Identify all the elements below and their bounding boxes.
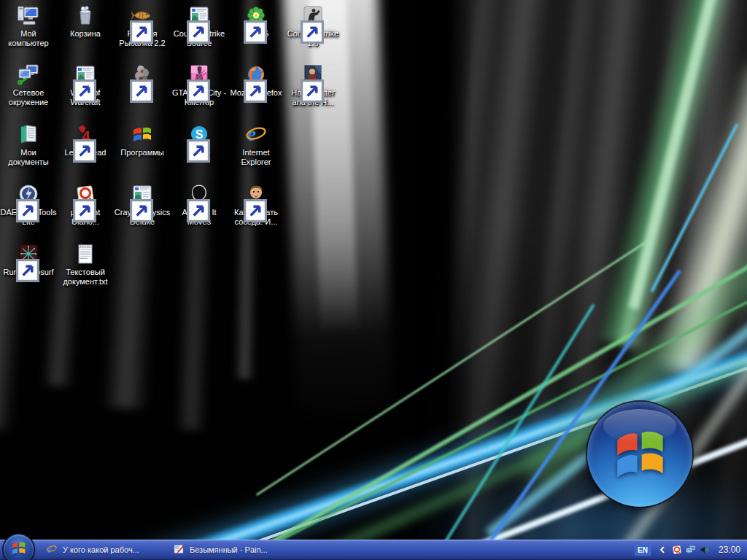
desktop: Мой компьютерКорзинаРусская Рыбалка 2.2C… [0,0,747,560]
desktop-icon-counter-strike[interactable]: Counter Strike 1.6 [284,4,342,48]
taskbar-button[interactable]: Безымянный - Pain... [169,541,293,559]
desktop-icon-neighbours-from-hell[interactable]: Как достать соседа. И... [227,182,285,227]
wallpaper-cyan-line [651,123,739,292]
tray-collapse-chevron-icon[interactable] [658,545,667,555]
wallpaper-green-band [595,0,740,350]
desktop-icon-label: Сетевое окружение [0,88,58,107]
wallpaper-crease [400,0,473,560]
tray-network-icon[interactable] [685,544,697,556]
shortcut-arrow-icon [244,79,251,87]
network-places-icon [17,63,40,86]
desktop-icon-label: Программы [113,148,171,158]
shortcut-arrow-icon [244,20,251,28]
desktop-icon-text-document[interactable]: Текстовый документ.txt [56,242,115,287]
my-documents-icon [17,122,40,146]
desktop-icon-windows-flag[interactable]: Программы [113,122,171,158]
start-button[interactable] [4,534,34,560]
desktop-icon-daemon-tools[interactable]: DAEMON Tools Lite [0,182,58,227]
system-tray: EN 23:00 [635,540,747,560]
neighbours-from-hell-icon [244,182,268,206]
windows-logo-icon [9,539,28,560]
counter-strike-icon [301,4,325,27]
taskbar-button-label: У кого какой рабоч... [63,545,139,554]
taskbar-button-label: Безымянный - Pain... [190,545,268,554]
desktop-icon-skype[interactable]: SSkype [170,122,228,158]
desktop-icon-audiosurf[interactable]: Run Audiosurf [0,242,58,277]
desktop-icon-left-4-dead[interactable]: 4Left 4 Dead [56,122,115,158]
crysis-icon [131,63,154,86]
wallpaper-bright-band [309,0,360,373]
wallpaper-green-band [628,0,721,310]
desktop-icon-app-window[interactable]: World of Warcraft [56,63,115,107]
utorrent-icon [74,182,97,206]
tray-utorrent-icon[interactable] [671,544,683,556]
shortcut-arrow-icon [301,79,308,87]
svg-text:e: e [247,123,256,145]
desktop-icon-recycle-bin[interactable]: Корзина [56,4,115,39]
desktop-icon-internet-explorer[interactable]: eInternet Explorer [227,122,285,167]
shortcut-arrow-icon [244,199,251,206]
desktop-icon-network-places[interactable]: Сетевое окружение [0,63,58,107]
icq-flower-icon [244,4,268,27]
shortcut-arrow-icon [16,259,23,266]
desktop-icon-and-yet-it-moves[interactable]: And Yet It Moves [170,182,228,227]
shortcut-arrow-icon [187,20,194,28]
desktop-icon-firefox[interactable]: Mozilla Firefox [227,63,285,98]
language-indicator[interactable]: EN [635,545,651,556]
vista-logo-orb [587,402,692,507]
desktop-icon-label: Internet Explorer [227,148,285,167]
desktop-icon-my-documents[interactable]: Мои документы [0,122,58,167]
internet-explorer-icon: e [244,122,268,146]
wallpaper-beam [243,257,747,559]
shortcut-arrow-icon [301,20,308,28]
desktop-icon-harry-potter[interactable]: Harry Potter and the H... [284,63,342,107]
desktop-icon-utorrent[interactable]: µTorrent Ulano... [56,182,115,227]
tray-volume-icon[interactable] [699,544,711,556]
and-yet-it-moves-icon [187,182,211,206]
app-window-icon [131,182,154,206]
app-window-icon [74,63,97,86]
text-document-icon [74,242,97,265]
fishing-game-icon [131,4,154,27]
daemon-tools-icon [17,182,40,206]
shortcut-arrow-icon [16,199,23,206]
firefox-icon [244,63,268,86]
gta-vice-city-icon [187,63,211,86]
desktop-icon-label: Мои документы [0,148,58,167]
desktop-icon-gta-vice-city[interactable]: GTA Vice City - KillerKip [170,63,228,107]
desktop-icon-label: Мой компьютер [0,29,58,48]
shortcut-arrow-icon [73,79,80,87]
my-computer-icon [17,4,40,27]
left-4-dead-icon: 4 [74,122,97,146]
desktop-icon-label: Текстовый документ.txt [56,268,115,287]
audiosurf-icon [17,242,40,265]
desktop-icon-my-computer[interactable]: Мой компьютер [0,4,58,48]
wallpaper-pale-band [650,63,747,382]
recycle-bin-icon [74,4,97,27]
desktop-icon-app-window[interactable]: Counter Strike Source [170,4,228,48]
svg-text:e: e [47,544,52,555]
shortcut-arrow-icon [187,199,194,206]
wallpaper-beam [426,304,595,560]
harry-potter-icon [301,63,325,86]
shortcut-arrow-icon [130,20,137,28]
desktop-icon-fishing-game[interactable]: Русская Рыбалка 2.2 [113,4,171,48]
wallpaper-folds [422,0,747,560]
internet-explorer-icon: e [46,543,58,556]
paint-icon [173,543,185,556]
taskbar-clock[interactable]: 23:00 [719,545,740,555]
desktop-icon-crysis[interactable]: Crysis [113,63,171,98]
shortcut-arrow-icon [187,139,194,147]
shortcut-arrow-icon [187,79,194,87]
shortcut-arrow-icon [130,199,137,206]
taskbar: eУ кого какой рабоч...Безымянный - Pain.… [0,540,747,560]
wallpaper-shade [0,408,409,560]
windows-logo-icon [608,421,672,488]
taskbar-button[interactable]: eУ кого какой рабоч... [42,541,166,559]
skype-icon: S [187,122,211,146]
windows-flag-icon [131,122,154,146]
desktop-icon-icq-flower[interactable]: ICQ6.5 [227,4,285,39]
desktop-icon-label: Корзина [56,29,115,39]
shortcut-arrow-icon [130,79,137,87]
desktop-icon-app-window[interactable]: Crayon Physics Deluxe [113,182,171,227]
